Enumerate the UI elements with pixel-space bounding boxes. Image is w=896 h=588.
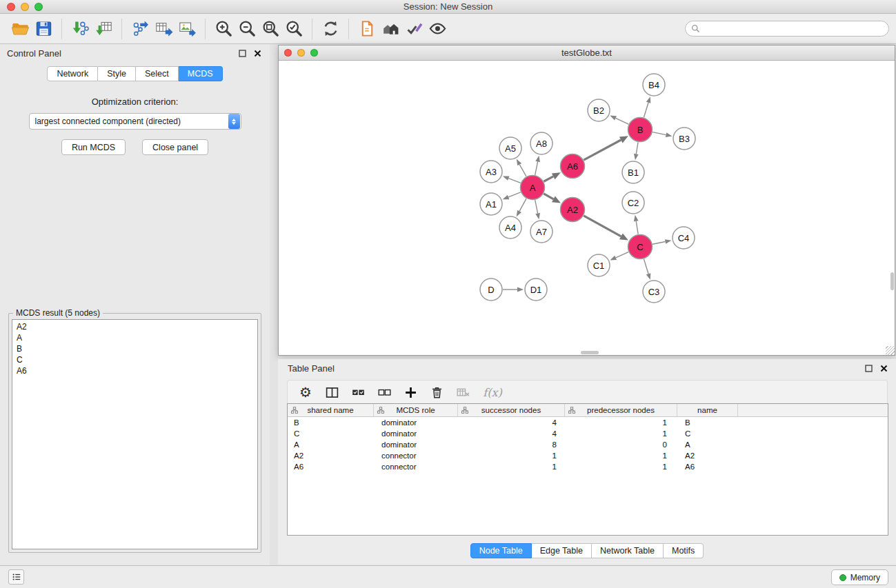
search-field[interactable] — [685, 21, 889, 37]
network-window-titlebar[interactable]: testGlobe.txt — [279, 45, 895, 61]
table-row[interactable]: B dominator 4 1 B — [288, 417, 888, 428]
main-toolbar — [0, 14, 896, 44]
mcds-result-list[interactable]: A2 A B C A6 — [12, 319, 258, 549]
float-table-panel-button[interactable] — [863, 363, 874, 374]
tab-mcds[interactable]: MCDS — [179, 66, 223, 81]
plus-icon — [404, 385, 418, 400]
open-session-button[interactable] — [8, 17, 32, 41]
graph-node-label: B4 — [648, 80, 659, 90]
list-item[interactable]: A2 — [12, 321, 257, 332]
zoom-selected-icon — [285, 19, 303, 38]
home-button[interactable] — [379, 17, 402, 41]
dropdown-stepper-icon — [228, 114, 240, 129]
graph-node-label: A4 — [505, 223, 516, 233]
column-header-predecessor-nodes[interactable]: predecessor nodes — [565, 404, 677, 416]
minimize-network-window-icon[interactable] — [297, 49, 305, 57]
table-row[interactable]: A6 connector 1 1 A6 — [288, 461, 888, 472]
memory-status-icon — [839, 574, 846, 581]
close-table-panel-button[interactable] — [878, 363, 889, 374]
zoom-selected-button[interactable] — [282, 17, 306, 41]
node-table: shared name MCDS role successor nodes pr… — [287, 403, 888, 536]
tab-select[interactable]: Select — [136, 66, 179, 81]
close-panel-button[interactable] — [252, 48, 263, 59]
column-header-successor-nodes[interactable]: successor nodes — [458, 404, 565, 416]
function-builder-button[interactable]: f(x) — [478, 382, 507, 403]
export-network-button[interactable] — [128, 17, 152, 41]
graph-node-label: B2 — [593, 105, 604, 116]
export-table-button[interactable] — [152, 17, 175, 41]
task-history-button[interactable] — [8, 569, 24, 585]
run-mcds-button[interactable]: Run MCDS — [61, 139, 126, 155]
minimize-window-icon[interactable] — [21, 3, 29, 11]
horizontal-scrollbar[interactable] — [581, 351, 599, 354]
list-item[interactable]: A — [12, 332, 257, 343]
check-style-button[interactable] — [402, 17, 426, 41]
toolbar-separator — [348, 19, 349, 39]
close-network-window-icon[interactable] — [284, 49, 292, 57]
tab-node-table[interactable]: Node Table — [470, 543, 532, 558]
graph-node-label: A1 — [486, 199, 497, 210]
resize-grip[interactable] — [886, 346, 895, 355]
mcds-result-title: MCDS result (5 nodes) — [13, 308, 103, 318]
tab-motifs[interactable]: Motifs — [664, 543, 704, 558]
search-icon — [691, 24, 700, 33]
float-panel-button[interactable] — [237, 48, 248, 59]
criterion-dropdown[interactable]: largest connected component (directed) — [29, 113, 241, 130]
list-icon — [12, 572, 21, 582]
zoom-in-button[interactable] — [212, 17, 235, 41]
fx-icon: f(x) — [483, 386, 501, 399]
control-panel-title: Control Panel — [7, 48, 61, 59]
graph-node-label: B — [637, 125, 644, 135]
show-hide-button[interactable] — [426, 17, 449, 41]
tab-network-table[interactable]: Network Table — [592, 543, 664, 558]
delete-table-button[interactable] — [452, 382, 474, 403]
tab-network[interactable]: Network — [47, 66, 98, 81]
close-panel-button-2[interactable]: Close panel — [142, 139, 208, 155]
add-column-button[interactable] — [399, 382, 421, 403]
close-window-icon[interactable] — [7, 3, 15, 11]
network-window-title: testGlobe.txt — [561, 48, 612, 58]
first-neighbors-button[interactable] — [355, 17, 379, 41]
import-network-button[interactable] — [68, 17, 92, 41]
vertical-splitter[interactable] — [270, 44, 278, 565]
list-item[interactable]: B — [12, 343, 257, 354]
optimization-criterion-label: Optimization criterion: — [0, 97, 270, 107]
export-image-button[interactable] — [175, 17, 199, 41]
export-table-icon — [155, 19, 173, 38]
graph-node-label: D1 — [530, 285, 542, 295]
network-canvas[interactable]: AA1A2A3A4A5A6A7A8BB1B2B3B4CC1C2C3C4DD1 — [279, 61, 895, 355]
maximize-network-window-icon[interactable] — [310, 49, 318, 57]
show-columns-button[interactable] — [321, 382, 343, 403]
memory-button[interactable]: Memory — [831, 569, 888, 585]
table-row[interactable]: A dominator 8 0 A — [288, 439, 888, 450]
graph-node-label: B1 — [628, 168, 639, 178]
column-header-shared-name[interactable]: shared name — [288, 404, 374, 416]
save-session-button[interactable] — [32, 17, 55, 41]
import-table-button[interactable] — [92, 17, 115, 41]
select-all-button[interactable] — [347, 382, 369, 403]
delete-column-button[interactable] — [426, 382, 448, 403]
tab-style[interactable]: Style — [98, 66, 136, 81]
zoom-fit-icon — [261, 19, 280, 38]
control-panel-tabs: Network Style Select MCDS — [0, 66, 270, 81]
graph-node-label: D — [488, 285, 494, 295]
zoom-out-button[interactable] — [235, 17, 259, 41]
list-item[interactable]: C — [12, 354, 257, 365]
column-header-name[interactable]: name — [677, 404, 738, 416]
tab-edge-table[interactable]: Edge Table — [532, 543, 592, 558]
window-title: Session: New Session — [404, 1, 492, 12]
table-row[interactable]: C dominator 4 1 C — [288, 428, 888, 439]
vertical-scrollbar[interactable] — [890, 272, 894, 290]
table-row[interactable]: A2 connector 1 1 A2 — [288, 450, 888, 461]
refresh-layout-button[interactable] — [319, 17, 342, 41]
maximize-window-icon[interactable] — [34, 3, 43, 11]
column-header-mcds-role[interactable]: MCDS role — [374, 404, 458, 416]
network-graph[interactable]: AA1A2A3A4A5A6A7A8BB1B2B3B4CC1C2C3C4DD1 — [279, 61, 895, 355]
graph-node-label: B3 — [679, 134, 690, 144]
table-settings-button[interactable]: ⚙ — [295, 382, 317, 403]
list-item[interactable]: A6 — [12, 365, 257, 376]
deselect-all-button[interactable] — [373, 382, 395, 403]
column-type-icon — [377, 407, 384, 414]
search-input[interactable] — [700, 21, 888, 36]
zoom-fit-button[interactable] — [259, 17, 282, 41]
